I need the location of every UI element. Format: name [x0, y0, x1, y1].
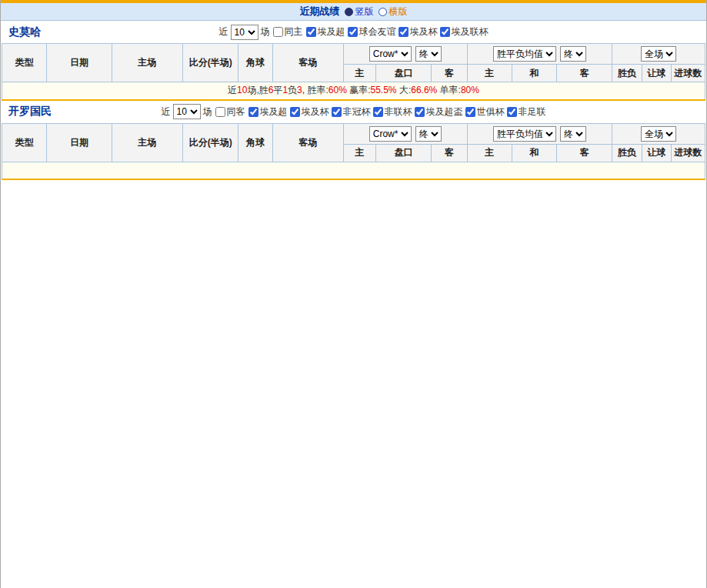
- page-header-bar: 近期战绩 竖版 横版: [1, 3, 706, 21]
- same-home-filter[interactable]: 同主: [272, 25, 303, 38]
- col-odds-home: 主: [343, 65, 375, 82]
- vertical-label: 竖版: [355, 5, 374, 18]
- summary-segment: 66.6%: [411, 85, 437, 95]
- league-filter[interactable]: 埃及联杯: [439, 25, 489, 38]
- league-filter[interactable]: 世俱杯: [465, 105, 505, 119]
- fulltime-select[interactable]: 全场: [641, 126, 676, 142]
- league-filter[interactable]: 埃及杯: [398, 25, 438, 38]
- fulltime-header: 全场: [612, 123, 705, 144]
- filter-controls: 近 10 场 同主 埃及超球会友谊埃及杯埃及联杯: [219, 25, 489, 40]
- league-filters: 埃及超埃及杯非冠杯非联杯埃及超盃世俱杯非足联: [248, 105, 546, 119]
- near-label: 近: [162, 105, 171, 119]
- summary-segment: 3: [297, 85, 302, 95]
- summary-segment: 单率:: [437, 85, 461, 95]
- league-checkbox[interactable]: [306, 27, 316, 37]
- league-filter[interactable]: 非冠杯: [331, 105, 371, 119]
- col-away: 客场: [272, 44, 343, 82]
- summary-segment: 80%: [461, 85, 479, 95]
- layout-radio-horizontal[interactable]: 横版: [379, 5, 408, 18]
- league-checkbox[interactable]: [465, 107, 475, 117]
- wdl-time-select[interactable]: 终: [560, 126, 586, 142]
- summary-segment: 平: [273, 85, 282, 95]
- same-away-checkbox[interactable]: [215, 107, 225, 117]
- league-filters: 埃及超球会友谊埃及杯埃及联杯: [305, 25, 489, 38]
- col-away: 客场: [272, 123, 343, 162]
- col-wdl-home: 主: [467, 144, 512, 162]
- col-wdl-away: 客: [557, 144, 612, 162]
- league-checkbox[interactable]: [415, 107, 425, 117]
- horizontal-label: 横版: [389, 5, 408, 18]
- league-label: 非联杯: [385, 105, 412, 119]
- col-type: 类型: [2, 123, 47, 162]
- bookmaker-select[interactable]: Crow*: [369, 126, 412, 142]
- odds-time-select[interactable]: 终: [415, 126, 442, 142]
- match-count-select[interactable]: 10: [231, 25, 258, 40]
- same-home-checkbox[interactable]: [273, 27, 283, 37]
- league-filter[interactable]: 球会友谊: [347, 25, 396, 38]
- league-checkbox[interactable]: [373, 107, 383, 117]
- games-label: 场: [261, 25, 270, 38]
- fulltime-select[interactable]: 全场: [641, 46, 676, 62]
- league-filter[interactable]: 埃及超: [248, 105, 288, 119]
- match-count-select[interactable]: 10: [173, 104, 201, 119]
- col-home: 主场: [112, 123, 182, 162]
- col-corner: 角球: [238, 123, 272, 162]
- col-wdl-away: 客: [557, 65, 612, 82]
- col-handicap: 盘口: [376, 144, 432, 162]
- league-filter[interactable]: 非联杯: [372, 105, 412, 119]
- league-checkbox[interactable]: [248, 107, 258, 117]
- league-label: 球会友谊: [359, 25, 396, 38]
- summary-segment: 10: [237, 85, 247, 95]
- league-checkbox[interactable]: [440, 27, 450, 37]
- summary-segment: , 胜率:: [302, 85, 328, 95]
- league-filter[interactable]: 埃及超盃: [414, 105, 463, 119]
- league-filter[interactable]: 非足联: [506, 105, 546, 119]
- section-header-alahly: 开罗国民 近 10 场 同客 埃及超埃及杯非冠杯非联杯埃及超盃世俱杯非足联: [1, 101, 706, 123]
- wdl-average-select[interactable]: 胜平负均值: [493, 46, 556, 62]
- section-header-smouha: 史莫哈 近 10 场 同主 埃及超球会友谊埃及杯埃及联杯: [1, 21, 706, 43]
- col-handicap-result: 让球: [642, 65, 671, 82]
- summary-segment: 大:: [397, 85, 412, 95]
- col-goals: 进球数: [671, 65, 705, 82]
- league-checkbox[interactable]: [348, 27, 358, 37]
- col-odds-home: 主: [343, 144, 375, 162]
- col-result: 胜负: [612, 144, 642, 162]
- bookmaker-select[interactable]: Crow*: [369, 46, 412, 62]
- col-handicap: 盘口: [376, 65, 432, 82]
- layout-radio-vertical[interactable]: 竖版: [345, 5, 374, 18]
- league-label: 埃及杯: [302, 105, 329, 119]
- fulltime-header: 全场: [612, 44, 705, 65]
- same-away-label: 同客: [227, 105, 245, 119]
- radio-selected-icon[interactable]: [345, 8, 353, 16]
- col-score: 比分(半场): [183, 123, 238, 162]
- col-wdl-draw: 和: [512, 65, 556, 82]
- league-label: 埃及超: [260, 105, 288, 119]
- filter-controls: 近 10 场 同客 埃及超埃及杯非冠杯非联杯埃及超盃世俱杯非足联: [162, 104, 546, 119]
- league-filter[interactable]: 埃及杯: [289, 105, 329, 119]
- wdl-odds-header: 胜平负均值 终: [467, 123, 612, 144]
- summary-row: [2, 162, 705, 179]
- col-score: 比分(半场): [183, 44, 238, 82]
- summary-segment: 负: [288, 85, 297, 95]
- col-wdl-home: 主: [467, 65, 512, 82]
- radio-unselected-icon[interactable]: [379, 8, 387, 16]
- league-checkbox[interactable]: [507, 107, 517, 117]
- team-name-title: 史莫哈: [8, 25, 41, 39]
- league-checkbox[interactable]: [332, 107, 342, 117]
- league-checkbox[interactable]: [290, 107, 300, 117]
- games-label: 场: [203, 105, 212, 119]
- col-result: 胜负: [612, 65, 642, 82]
- wdl-odds-header: 胜平负均值 终: [467, 44, 612, 65]
- league-label: 埃及杯: [410, 25, 438, 38]
- odds-time-select[interactable]: 终: [415, 46, 442, 62]
- wdl-time-select[interactable]: 终: [560, 46, 586, 62]
- same-away-filter[interactable]: 同客: [215, 105, 245, 119]
- league-checkbox[interactable]: [399, 27, 409, 37]
- page-title: 近期战绩: [300, 5, 340, 18]
- col-date: 日期: [47, 44, 112, 82]
- wdl-average-select[interactable]: 胜平负均值: [493, 126, 556, 142]
- league-label: 非冠杯: [343, 105, 371, 119]
- summary-segment: 近: [228, 85, 237, 95]
- league-filter[interactable]: 埃及超: [305, 25, 345, 38]
- col-odds-away: 客: [432, 144, 467, 162]
